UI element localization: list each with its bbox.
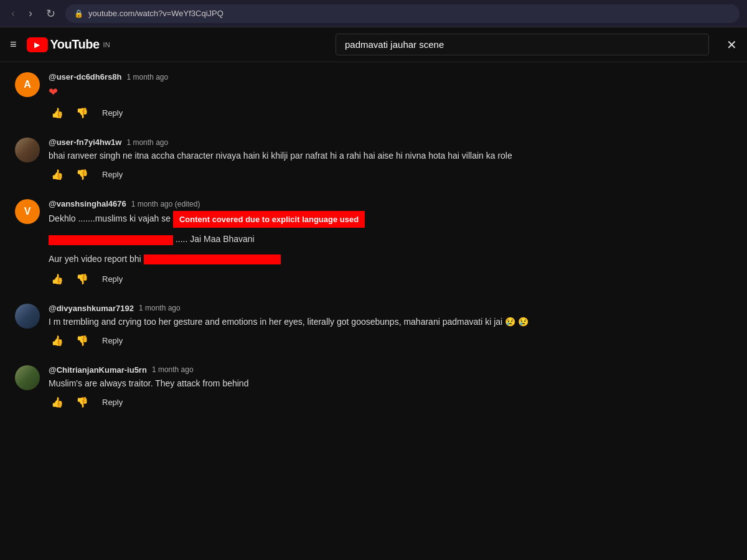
comment-4-meta: @divyanshkumar7192 1 month ago (49, 304, 732, 313)
thumbs-down-icon-3: 👎 (76, 273, 88, 285)
comment-2-body: @user-fn7yi4hw1w 1 month ago bhai ranvee… (49, 138, 732, 182)
search-bar-container (336, 34, 709, 55)
thumbs-down-icon-5: 👎 (76, 396, 88, 408)
comment-5-body: @ChitrianjanKumar-iu5rn 1 month ago Musl… (49, 365, 732, 409)
comment-3-username: @vanshsinghal4676 (49, 199, 126, 208)
thumbs-up-btn-3[interactable]: 👍 (49, 272, 66, 286)
avatar-5 (15, 365, 40, 390)
back-button[interactable]: ‹ (7, 4, 19, 22)
comment-5-actions: 👍 👎 Reply (49, 395, 732, 409)
comment-1-meta: @user-dc6dh6rs8h 1 month ago (49, 72, 732, 82)
thumbs-down-btn-5[interactable]: 👎 (73, 395, 91, 409)
reply-btn-5[interactable]: Reply (98, 396, 126, 408)
heart-emoji: ❤ (49, 86, 58, 98)
avatar-5-img (15, 365, 40, 390)
comment-1-actions: 👍 👎 Reply (49, 106, 732, 120)
comment-3-meta: @vanshsinghal4676 1 month ago (edited) (49, 199, 732, 208)
thumbs-up-btn-5[interactable]: 👍 (49, 395, 66, 409)
comment-1-text: ❤ (49, 84, 732, 101)
comment-1-time: 1 month ago (126, 73, 168, 82)
address-bar[interactable]: 🔒 youtube.com/watch?v=WeYf3CqiJPQ (65, 4, 740, 23)
comment-3-text: Dekhlo .......muslims ki vajah se Conten… (49, 211, 732, 267)
thumbs-down-icon-4: 👎 (76, 335, 88, 347)
censored-redacted-2 (144, 254, 281, 264)
comment-5-time: 1 month ago (152, 365, 194, 374)
avatar-3: V (15, 199, 40, 224)
comment-5: @ChitrianjanKumar-iu5rn 1 month ago Musl… (15, 365, 732, 409)
thumbs-up-icon-4: 👍 (51, 335, 63, 347)
avatar-2 (15, 138, 40, 162)
comment-5-meta: @ChitrianjanKumar-iu5rn 1 month ago (49, 365, 732, 375)
thumbs-up-icon-3: 👍 (51, 273, 63, 285)
thumbs-up-icon-5: 👍 (51, 396, 63, 408)
thumbs-down-btn-2[interactable]: 👎 (73, 167, 91, 182)
thumbs-down-icon-2: 👎 (76, 169, 88, 180)
thumbs-down-btn-4[interactable]: 👎 (73, 334, 91, 348)
youtube-logo-text: YouTube (50, 37, 100, 52)
comment-3-body: @vanshsinghal4676 1 month ago (edited) D… (49, 199, 732, 286)
comment-2-username: @user-fn7yi4hw1w (49, 138, 121, 147)
search-input[interactable] (336, 34, 709, 55)
comment-4: @divyanshkumar7192 1 month ago I m tremb… (15, 304, 732, 348)
comment-1: A @user-dc6dh6rs8h 1 month ago ❤ 👍 👎 Rep… (15, 72, 732, 120)
lock-icon: 🔒 (74, 9, 83, 18)
search-close-button[interactable]: ✕ (726, 37, 737, 52)
avatar-1: A (15, 72, 40, 97)
avatar-2-img (15, 138, 40, 162)
youtube-logo-icon (27, 37, 48, 52)
avatar-4-img (15, 304, 40, 329)
thumbs-down-icon-1: 👎 (76, 107, 88, 119)
reply-btn-4[interactable]: Reply (98, 335, 126, 347)
reply-btn-2[interactable]: Reply (98, 169, 126, 180)
refresh-button[interactable]: ↻ (42, 4, 59, 23)
browser-chrome: ‹ › ↻ 🔒 youtube.com/watch?v=WeYf3CqiJPQ (0, 0, 747, 27)
comments-section: A @user-dc6dh6rs8h 1 month ago ❤ 👍 👎 Rep… (0, 62, 747, 560)
forward-button[interactable]: › (25, 4, 36, 22)
youtube-country: IN (103, 41, 110, 49)
comment-4-time: 1 month ago (139, 304, 181, 312)
comment-3-text-line2: Aur yeh video report bhi (49, 254, 144, 264)
youtube-logo[interactable]: YouTubeIN (27, 37, 110, 52)
comment-4-body: @divyanshkumar7192 1 month ago I m tremb… (49, 304, 732, 348)
censored-bar-1: Content covered due to explicit language… (173, 211, 365, 228)
comment-4-actions: 👍 👎 Reply (49, 334, 732, 348)
comment-4-username: @divyanshkumar7192 (49, 304, 134, 313)
thumbs-up-btn-2[interactable]: 👍 (49, 167, 66, 182)
comment-3-actions: 👍 👎 Reply (49, 272, 732, 286)
thumbs-down-btn-3[interactable]: 👎 (73, 272, 91, 286)
comment-4-text: I m trembling and crying too her gesture… (49, 315, 732, 329)
url-text: youtube.com/watch?v=WeYf3CqiJPQ (88, 9, 223, 18)
comment-1-username: @user-dc6dh6rs8h (49, 72, 121, 82)
comment-3-text-pre: Dekhlo .......muslims ki vajah se (49, 213, 173, 223)
thumbs-up-btn-1[interactable]: 👍 (49, 106, 66, 120)
hamburger-menu[interactable]: ≡ (10, 38, 17, 51)
censored-redacted-1 (49, 235, 173, 245)
thumbs-up-btn-4[interactable]: 👍 (49, 334, 66, 348)
comment-2-actions: 👍 👎 Reply (49, 167, 732, 182)
youtube-header: ≡ YouTubeIN ✕ (0, 27, 747, 62)
comment-5-text: Muslim's are always traitor. They attack… (49, 377, 732, 390)
thumbs-down-btn-1[interactable]: 👎 (73, 106, 91, 120)
comment-1-body: @user-dc6dh6rs8h 1 month ago ❤ 👍 👎 Reply (49, 72, 732, 120)
comment-3-time: 1 month ago (edited) (131, 200, 200, 208)
comment-2: @user-fn7yi4hw1w 1 month ago bhai ranvee… (15, 138, 732, 182)
thumbs-up-icon-2: 👍 (51, 169, 63, 180)
comment-2-meta: @user-fn7yi4hw1w 1 month ago (49, 138, 732, 147)
comment-3: V @vanshsinghal4676 1 month ago (edited)… (15, 199, 732, 286)
comment-2-text: bhai ranveer singh ne itna accha charact… (49, 149, 732, 162)
comment-2-time: 1 month ago (126, 138, 168, 147)
comment-5-username: @ChitrianjanKumar-iu5rn (49, 365, 147, 375)
reply-btn-3[interactable]: Reply (98, 273, 126, 285)
avatar-4 (15, 304, 40, 329)
thumbs-up-icon-1: 👍 (51, 107, 63, 119)
reply-btn-1[interactable]: Reply (98, 107, 126, 119)
comment-3-text-post: ..... Jai Maa Bhavani (176, 234, 255, 244)
